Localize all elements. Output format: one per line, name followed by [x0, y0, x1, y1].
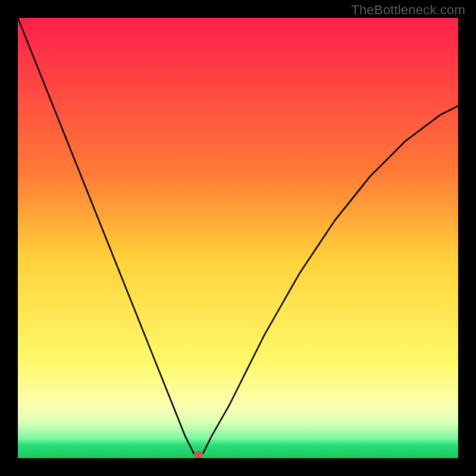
- optimal-marker: [193, 451, 203, 458]
- plot-background: [18, 18, 458, 458]
- bottleneck-plot: [18, 18, 458, 458]
- chart-container: TheBottleneck.com: [0, 0, 476, 476]
- watermark-text: TheBottleneck.com: [351, 2, 465, 18]
